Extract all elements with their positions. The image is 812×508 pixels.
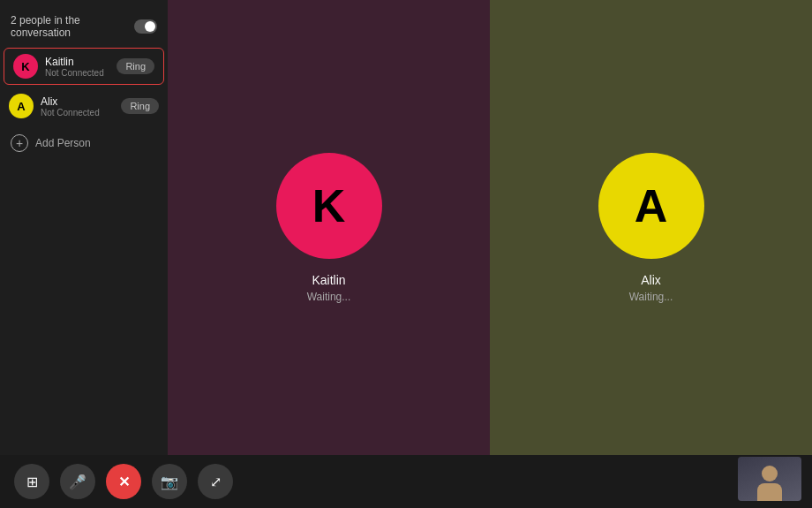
toggle-switch[interactable] bbox=[134, 19, 157, 34]
person-item-kaitlin: K Kaitlin Not Connected Ring bbox=[4, 48, 164, 85]
person-item-alix: A Alix Not Connected Ring bbox=[0, 88, 168, 124]
kaitlin-info: Kaitlin Not Connected bbox=[45, 56, 109, 78]
add-person-label: Add Person bbox=[35, 137, 91, 149]
video-status-alix: Waiting... bbox=[629, 291, 673, 303]
kaitlin-ring-button[interactable]: Ring bbox=[117, 58, 154, 74]
camera-button[interactable]: 📷 bbox=[152, 464, 187, 499]
sidebar-header: 2 people in the conversation bbox=[0, 9, 168, 48]
video-area: K Kaitlin Waiting... A Alix Waiting... bbox=[168, 0, 812, 455]
video-status-kaitlin: Waiting... bbox=[307, 291, 351, 303]
bottom-bar: ⊞ 🎤 ✕ 📷 ⤢ bbox=[0, 455, 812, 508]
video-avatar-kaitlin: K bbox=[276, 153, 382, 259]
alix-ring-button[interactable]: Ring bbox=[121, 98, 159, 114]
alix-name: Alix bbox=[41, 95, 114, 108]
main-layout: 2 people in the conversation K Kaitlin N… bbox=[0, 0, 812, 455]
conversation-count: 2 people in the conversation bbox=[11, 14, 134, 39]
mic-button[interactable]: 🎤 bbox=[60, 464, 95, 499]
thumbnail-silhouette bbox=[754, 466, 786, 501]
alix-status: Not Connected bbox=[41, 108, 114, 118]
expand-button[interactable]: ⤢ bbox=[198, 464, 233, 499]
camera-icon: 📷 bbox=[161, 474, 178, 490]
kaitlin-name: Kaitlin bbox=[45, 56, 109, 68]
add-person[interactable]: + Add Person bbox=[0, 127, 168, 159]
video-panel-alix: A Alix Waiting... bbox=[490, 0, 812, 455]
add-person-icon: + bbox=[11, 134, 28, 152]
kaitlin-status: Not Connected bbox=[45, 68, 109, 78]
silhouette-head bbox=[762, 466, 778, 481]
screen-share-icon: ⊞ bbox=[26, 474, 38, 490]
screen-share-button[interactable]: ⊞ bbox=[14, 464, 49, 499]
sidebar: 2 people in the conversation K Kaitlin N… bbox=[0, 0, 168, 455]
end-call-button[interactable]: ✕ bbox=[106, 464, 141, 499]
video-avatar-alix: A bbox=[598, 153, 704, 259]
avatar-alix: A bbox=[9, 94, 34, 118]
video-name-kaitlin: Kaitlin bbox=[312, 273, 345, 287]
avatar-kaitlin: K bbox=[13, 54, 38, 79]
mic-icon: 🎤 bbox=[69, 474, 86, 490]
silhouette-body bbox=[757, 483, 782, 501]
video-name-alix: Alix bbox=[641, 273, 661, 287]
video-panel-kaitlin: K Kaitlin Waiting... bbox=[168, 0, 490, 455]
self-video-thumbnail bbox=[738, 457, 801, 501]
expand-icon: ⤢ bbox=[210, 474, 222, 490]
alix-info: Alix Not Connected bbox=[41, 95, 114, 118]
thumbnail-person bbox=[738, 457, 801, 501]
end-call-icon: ✕ bbox=[118, 474, 130, 490]
